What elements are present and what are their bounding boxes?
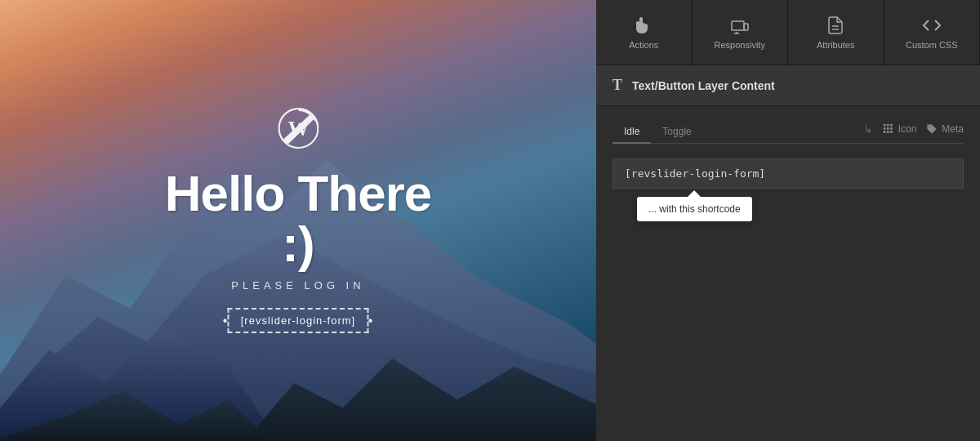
icon-tab-label: Icon — [898, 123, 917, 135]
tab-toggle[interactable]: Toggle — [651, 121, 702, 144]
file-icon — [826, 16, 845, 35]
tab-icons-area: ↳ Icon Meta — [863, 122, 964, 142]
svg-text:W: W — [287, 117, 309, 140]
slider-subheadline: PLEASE LOG IN — [149, 279, 448, 292]
section-header: T Text/Button Layer Content — [596, 65, 980, 106]
svg-rect-11 — [883, 127, 885, 129]
editor-toolbar: Actions Responsivity Attributes — [596, 0, 980, 65]
slider-content: W Hello There :) PLEASE LOG IN [revslide… — [149, 108, 448, 333]
state-tabs-bar: Idle Toggle ↳ Icon — [612, 121, 964, 144]
slider-background: W Hello There :) PLEASE LOG IN [revslide… — [0, 0, 596, 441]
section-title: Text/Button Layer Content — [632, 79, 775, 92]
tab-meta-button[interactable]: Meta — [926, 123, 964, 135]
arrow-icon: ↳ — [863, 122, 873, 136]
tag-icon — [926, 123, 938, 135]
content-area: Idle Toggle ↳ Icon — [596, 106, 980, 441]
tooltip-text: ... with this shortcode — [648, 203, 741, 215]
tab-idle[interactable]: Idle — [612, 121, 651, 144]
svg-rect-12 — [887, 127, 889, 129]
svg-rect-16 — [890, 131, 893, 133]
editor-panel: Actions Responsivity Attributes — [596, 0, 980, 441]
svg-rect-10 — [890, 123, 893, 126]
svg-rect-8 — [883, 123, 885, 126]
responsivity-label: Responsivity — [715, 40, 765, 50]
actions-tab[interactable]: Actions — [596, 0, 693, 65]
grid-icon — [883, 123, 894, 135]
responsive-icon — [730, 16, 750, 35]
svg-rect-9 — [887, 123, 889, 126]
code-icon — [922, 16, 942, 35]
svg-rect-13 — [890, 127, 893, 129]
meta-tab-label: Meta — [942, 123, 964, 135]
custom-css-tab[interactable]: Custom CSS — [884, 0, 981, 65]
tab-icon-button[interactable]: Icon — [883, 123, 917, 135]
svg-rect-14 — [883, 131, 885, 133]
responsivity-tab[interactable]: Responsivity — [693, 0, 789, 65]
tooltip-box: ... with this shortcode — [637, 197, 752, 221]
slider-preview: W Hello There :) PLEASE LOG IN [revslide… — [0, 0, 596, 441]
slider-headline: Hello There :) — [149, 168, 448, 270]
custom-css-label: Custom CSS — [906, 40, 958, 50]
svg-rect-3 — [744, 24, 748, 30]
attributes-label: Attributes — [817, 40, 854, 50]
shortcode-display-box[interactable]: [revslider-login-form] — [612, 158, 964, 189]
wordpress-logo: W — [149, 108, 448, 156]
tooltip-container: ... with this shortcode — [637, 197, 752, 221]
svg-rect-15 — [887, 131, 889, 133]
actions-label: Actions — [629, 40, 658, 50]
attributes-tab[interactable]: Attributes — [788, 0, 884, 65]
slider-shortcode[interactable]: [revslider-login-form] — [228, 308, 368, 333]
hand-icon — [634, 16, 653, 35]
text-layer-icon: T — [612, 77, 622, 94]
svg-rect-2 — [732, 21, 744, 30]
